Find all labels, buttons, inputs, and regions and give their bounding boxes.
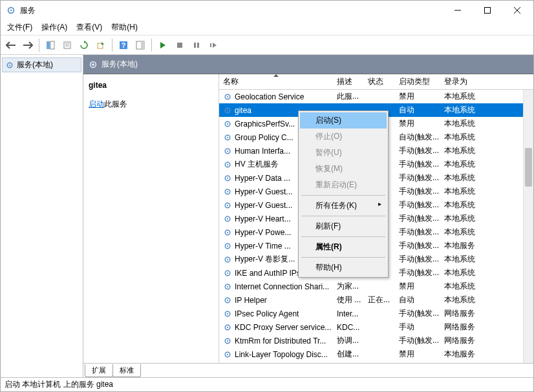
close-button[interactable] bbox=[502, 1, 532, 20]
svg-point-61 bbox=[227, 340, 228, 341]
table-row[interactable]: KDC Proxy Server service...KDC...手动网络服务 bbox=[219, 320, 533, 334]
action-pane-button[interactable] bbox=[133, 37, 148, 53]
ctx-refresh[interactable]: 刷新(F) bbox=[300, 218, 387, 234]
cell-logon: 本地系统 bbox=[440, 103, 492, 117]
stop-service-button[interactable] bbox=[172, 37, 187, 53]
cell-desc: 使用 ... bbox=[333, 293, 364, 307]
cell-logon: 本地服务 bbox=[440, 239, 492, 253]
cell-desc: KDC... bbox=[333, 320, 364, 334]
cell-desc: 协调... bbox=[333, 334, 364, 347]
ctx-help[interactable]: 帮助(H) bbox=[300, 260, 387, 276]
svg-point-33 bbox=[227, 150, 228, 151]
cell-startup: 禁用 bbox=[395, 280, 440, 293]
table-row[interactable]: Geolocation Service此服...禁用本地系统 bbox=[219, 90, 533, 103]
cell-startup: 自动 bbox=[395, 293, 440, 307]
gear-icon bbox=[223, 133, 232, 142]
nav-tree: 服务(本地) bbox=[1, 55, 83, 377]
col-desc[interactable]: 描述 bbox=[333, 74, 364, 89]
gear-icon bbox=[223, 201, 232, 210]
back-button[interactable] bbox=[3, 37, 19, 53]
cell-startup: 手动(触发... bbox=[395, 185, 440, 198]
svg-point-37 bbox=[227, 177, 228, 178]
start-link[interactable]: 启动 bbox=[89, 99, 104, 108]
cell-logon: 本地系统 bbox=[440, 212, 492, 225]
ctx-start[interactable]: 启动(S) bbox=[300, 112, 387, 129]
cell-name: Link-Layer Topology Disc... bbox=[219, 347, 333, 361]
menu-file[interactable]: 文件(F) bbox=[3, 21, 36, 34]
gear-icon bbox=[223, 106, 232, 115]
cell-desc: 此服... bbox=[333, 90, 364, 103]
menu-action[interactable]: 操作(A) bbox=[37, 21, 71, 34]
scrollbar-thumb[interactable] bbox=[525, 148, 532, 187]
ctx-sep bbox=[301, 236, 385, 237]
refresh-button[interactable] bbox=[76, 37, 92, 53]
gear-icon bbox=[223, 282, 232, 291]
col-status[interactable]: 状态 bbox=[364, 74, 395, 89]
restart-service-button[interactable] bbox=[206, 37, 221, 53]
table-row[interactable]: Internet Connection Shari...为家...禁用本地系统 bbox=[219, 280, 533, 293]
start-service-button[interactable] bbox=[155, 37, 171, 53]
show-hide-tree-button[interactable] bbox=[43, 37, 58, 53]
cell-logon: 本地系统 bbox=[440, 293, 492, 307]
svg-point-55 bbox=[227, 299, 228, 300]
cell-startup: 手动(触发... bbox=[395, 158, 440, 171]
details-action: 启动此服务 bbox=[89, 99, 213, 110]
minimize-button[interactable] bbox=[443, 1, 473, 20]
col-name[interactable]: 名称 bbox=[219, 74, 333, 89]
svg-rect-6 bbox=[47, 41, 50, 49]
tab-standard[interactable]: 标准 bbox=[112, 364, 141, 377]
ctx-stop: 停止(O) bbox=[300, 129, 387, 145]
properties-button[interactable] bbox=[59, 37, 75, 53]
scrollbar[interactable] bbox=[523, 90, 533, 363]
gear-icon bbox=[223, 269, 232, 278]
gear-icon bbox=[223, 174, 232, 183]
forward-button[interactable] bbox=[20, 37, 36, 53]
svg-point-41 bbox=[227, 204, 228, 205]
col-logon[interactable]: 登录为 bbox=[440, 74, 492, 89]
tab-extended[interactable]: 扩展 bbox=[85, 364, 113, 377]
cell-logon: 本地系统 bbox=[440, 225, 492, 239]
gear-icon bbox=[223, 160, 232, 169]
cell-logon: 本地系统 bbox=[440, 198, 492, 212]
cell-startup: 手动(触发... bbox=[395, 266, 440, 280]
menu-help[interactable]: 帮助(H) bbox=[107, 21, 142, 34]
ctx-pause: 暂停(U) bbox=[300, 145, 387, 161]
cell-logon: 本地系统 bbox=[440, 266, 492, 280]
cell-logon: 本地系统 bbox=[440, 253, 492, 266]
cell-logon: 本地系统 bbox=[440, 144, 492, 158]
table-row[interactable]: KtmRm for Distributed Tr...协调...手动(触发...… bbox=[219, 334, 533, 347]
cell-status bbox=[364, 347, 395, 361]
menu-view[interactable]: 查看(V) bbox=[72, 21, 106, 34]
pause-service-button[interactable] bbox=[189, 37, 204, 53]
help-button[interactable]: ? bbox=[116, 37, 131, 53]
svg-point-39 bbox=[227, 191, 228, 192]
table-row[interactable]: IP Helper使用 ...正在...自动本地系统 bbox=[219, 293, 533, 307]
ctx-properties[interactable]: 属性(R) bbox=[300, 239, 387, 255]
cell-logon: 本地服务 bbox=[440, 347, 492, 361]
svg-rect-18 bbox=[197, 43, 199, 48]
cell-startup: 手动(触发... bbox=[395, 225, 440, 239]
cell-desc: 为家... bbox=[333, 280, 364, 293]
details-pane: gitea 启动此服务 bbox=[83, 74, 219, 363]
cell-status: 正在... bbox=[364, 293, 395, 307]
maximize-button[interactable] bbox=[473, 1, 502, 20]
export-button[interactable] bbox=[93, 37, 109, 53]
cell-logon: 网络服务 bbox=[440, 334, 492, 347]
svg-point-21 bbox=[9, 64, 10, 65]
gear-icon bbox=[223, 242, 232, 251]
nav-root[interactable]: 服务(本地) bbox=[2, 57, 81, 72]
cell-logon: 网络服务 bbox=[440, 307, 492, 320]
svg-rect-3 bbox=[485, 8, 491, 14]
ctx-alltasks[interactable]: 所有任务(K) bbox=[300, 198, 387, 214]
cell-logon: 本地系统 bbox=[440, 171, 492, 185]
view-tabs: 扩展 标准 bbox=[83, 363, 533, 377]
cell-startup: 手动(触发... bbox=[395, 307, 440, 320]
cell-startup: 手动(触发... bbox=[395, 198, 440, 212]
table-row[interactable]: Link-Layer Topology Disc...创建...禁用本地服务 bbox=[219, 347, 533, 361]
ctx-sep bbox=[301, 195, 385, 196]
cell-startup: 禁用 bbox=[395, 347, 440, 361]
svg-point-45 bbox=[227, 231, 228, 232]
cell-name: IP Helper bbox=[219, 293, 333, 307]
col-startup[interactable]: 启动类型 bbox=[395, 74, 440, 89]
table-row[interactable]: IPsec Policy AgentInter...手动(触发...网络服务 bbox=[219, 307, 533, 320]
